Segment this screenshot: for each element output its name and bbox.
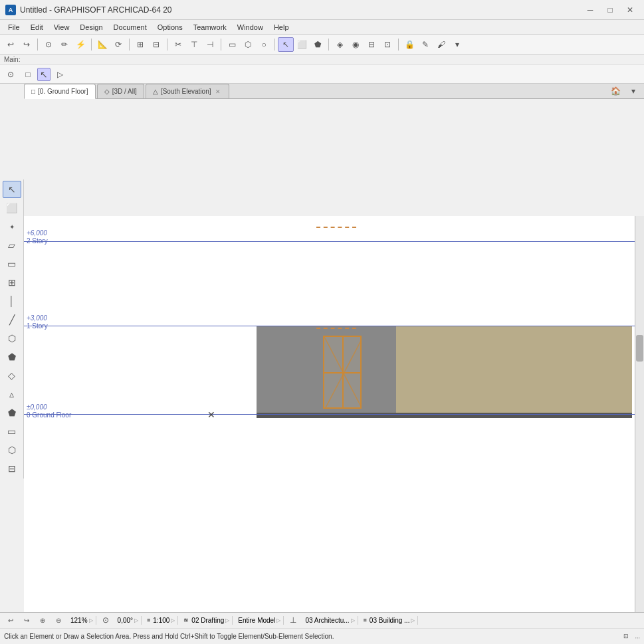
scale-icon: ≡ <box>147 617 150 623</box>
3d-view-btn[interactable]: ◈ <box>332 37 348 52</box>
measure-tool[interactable]: 📐 <box>94 37 110 52</box>
status-message-bar: Click an Element or Draw a Selection Are… <box>0 629 644 644</box>
zoom-out-btn[interactable]: ⊖ <box>52 614 65 626</box>
drawing-canvas[interactable]: +6,000 2 Story +3,000 1 Story <box>24 216 644 612</box>
pointer-tool[interactable]: ⊙ <box>41 37 56 52</box>
tab-close-button[interactable]: ✕ <box>214 88 222 96</box>
rotate-tool[interactable]: ⟳ <box>110 37 126 52</box>
menu-file[interactable]: File <box>3 22 25 33</box>
layer1-item[interactable]: ≋ 02 Drafting ▷ <box>181 616 233 625</box>
elevation-btn[interactable]: ⊡ <box>379 37 395 52</box>
left-tool-poly[interactable]: ◇ <box>3 367 21 384</box>
door-rail <box>324 372 360 374</box>
edit-btn[interactable]: ✎ <box>417 37 433 52</box>
layer-tool[interactable]: ⊥ <box>286 614 300 626</box>
paint-btn[interactable]: 🖌 <box>433 37 449 52</box>
zoom-in-btn[interactable]: ⊕ <box>36 614 49 626</box>
select-tool[interactable]: ↖ <box>278 37 294 52</box>
layer2-item[interactable]: Entire Model ▷ <box>235 616 284 625</box>
zoom-arrow: ▷ <box>89 617 93 623</box>
tab-3d[interactable]: ◇ [3D / All] <box>97 84 144 98</box>
view-btn2[interactable]: □ <box>20 67 36 82</box>
menu-help[interactable]: Help <box>268 22 294 33</box>
polygon-tool[interactable]: ⬡ <box>240 37 256 52</box>
layer2-arrow: ▷ <box>276 617 280 623</box>
menu-window[interactable]: Window <box>232 22 268 33</box>
menu-options[interactable]: Options <box>152 22 188 33</box>
lock-btn[interactable]: 🔒 <box>401 37 417 52</box>
layer4-icon: ≡ <box>364 617 367 623</box>
elevation-value-6000: +6,000 <box>27 229 47 237</box>
undo-button[interactable]: ↩ <box>3 37 19 52</box>
left-tool-hex[interactable]: ⬡ <box>3 330 21 347</box>
menu-view[interactable]: View <box>49 22 75 33</box>
dashed-line-mid <box>316 328 356 329</box>
layer1-value: 02 Drafting <box>191 617 224 624</box>
copy-icon[interactable]: ⊡ <box>620 630 632 642</box>
left-tool-slash[interactable]: ╱ <box>3 311 21 328</box>
offset-tool[interactable]: ⊣ <box>202 37 218 52</box>
left-tool-line[interactable]: │ <box>3 292 21 310</box>
scroll-thumb[interactable] <box>636 335 643 362</box>
view-type-btn[interactable]: 🏠 <box>605 84 625 98</box>
dashed-line-top <box>316 227 356 228</box>
left-tool-rect[interactable]: ⬜ <box>3 199 21 217</box>
zoom-settings[interactable]: ⊙ <box>99 614 112 626</box>
left-tool-wall[interactable]: ▱ <box>3 237 21 254</box>
magic-tool[interactable]: ⚡ <box>72 37 88 52</box>
left-tool-diamond[interactable]: ⬟ <box>3 348 21 366</box>
menu-teamwork[interactable]: Teamwork <box>188 22 232 33</box>
menu-design[interactable]: Design <box>74 22 108 33</box>
arrow-select[interactable]: ↖ <box>37 68 51 81</box>
left-tool-star[interactable]: ✦ <box>3 218 21 235</box>
menu-edit[interactable]: Edit <box>25 22 49 33</box>
home-view-btn[interactable]: ⊙ <box>3 67 19 82</box>
redo-button[interactable]: ↪ <box>19 37 35 52</box>
left-tool-hex2[interactable]: ⬡ <box>3 441 21 459</box>
coord-display: ,,, <box>635 633 640 639</box>
left-tool-circle[interactable]: ⊟ <box>3 460 21 477</box>
elevation-icon: △ <box>153 88 158 95</box>
snap-tool[interactable]: ⊞ <box>132 37 148 52</box>
scale-item[interactable]: ≡ 1:100 ▷ <box>144 616 178 625</box>
left-tool-shape[interactable]: ⬟ <box>3 404 21 421</box>
rectangle-tool[interactable]: ▭ <box>224 37 240 52</box>
trim-tool[interactable]: ✂ <box>170 37 186 52</box>
circle-tool[interactable]: ○ <box>256 37 272 52</box>
door-frame <box>323 336 362 409</box>
left-tool-column[interactable]: ▭ <box>3 255 21 272</box>
tab-elevation[interactable]: △ [South Elevation] ✕ <box>146 84 229 98</box>
eyedrop-tool[interactable]: ⬟ <box>310 37 326 52</box>
layer4-item[interactable]: ≡ 03 Building ... ▷ <box>361 616 419 625</box>
status-undo[interactable]: ↩ <box>4 614 17 626</box>
zoom-level-item[interactable]: 121% ▷ <box>68 616 96 625</box>
marquee-tool[interactable]: ⬜ <box>294 37 310 52</box>
scrollbar-right[interactable] <box>635 216 644 612</box>
nav-btn2[interactable]: ▷ <box>52 67 68 82</box>
angle-item[interactable]: 0,00° ▷ <box>115 616 142 625</box>
minimize-button[interactable]: ─ <box>582 3 599 17</box>
section-btn[interactable]: ⊟ <box>364 37 379 52</box>
split-tool[interactable]: ⊤ <box>186 37 202 52</box>
left-tool-select[interactable]: ↖ <box>3 181 21 198</box>
left-tool-tri[interactable]: ▵ <box>3 385 21 403</box>
menu-document[interactable]: Document <box>108 22 152 33</box>
left-toolbar: ↖ ⬜ ✦ ▱ ▭ ⊞ │ ╱ ⬡ ⬟ ◇ ▵ ⬟ ▭ ⬡ ⊟ <box>0 179 24 479</box>
status-redo[interactable]: ↪ <box>20 614 33 626</box>
canvas-area: +6,000 2 Story +3,000 1 Story <box>24 216 644 612</box>
cross-marker: ✕ <box>207 409 215 420</box>
maximize-button[interactable]: □ <box>601 3 619 17</box>
left-tool-grid[interactable]: ⊞ <box>3 274 21 291</box>
layer1-icon: ≋ <box>183 617 189 623</box>
close-button[interactable]: ✕ <box>621 3 639 17</box>
view-settings-btn[interactable]: ▾ <box>625 84 641 98</box>
tab-floor-plan[interactable]: □ [0. Ground Floor] <box>24 84 96 99</box>
pencil-tool[interactable]: ✏ <box>56 37 72 52</box>
elevation-story-0: 0 Ground Floor <box>27 411 71 419</box>
render-btn[interactable]: ◉ <box>348 37 364 52</box>
more-btn[interactable]: ▾ <box>449 37 465 52</box>
layer3-item[interactable]: 03 Architectu... ▷ <box>302 616 358 625</box>
left-tool-slab[interactable]: ▭ <box>3 423 21 440</box>
3d-icon: ◇ <box>104 88 110 95</box>
grid-tool[interactable]: ⊟ <box>148 37 164 52</box>
